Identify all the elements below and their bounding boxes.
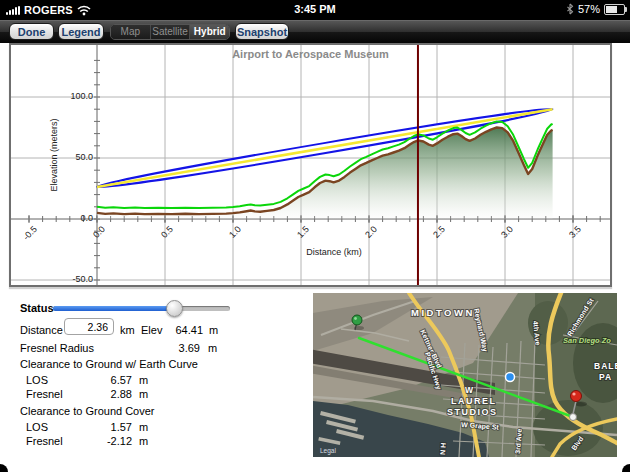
- label-balboa-2: PA: [599, 372, 612, 382]
- y-tick: 100.0: [39, 91, 93, 101]
- gc-fresnel-unit: m: [139, 435, 148, 447]
- distance-label: Distance: [20, 324, 63, 336]
- gc-los-label: LOS: [26, 421, 48, 433]
- elevation-profile-chart: Airport to Aerospace Museum Elevation (m…: [9, 43, 612, 287]
- bluetooth-icon: [566, 3, 574, 15]
- toolbar: Done Legend Map Satellite Hybrid Snapsho…: [0, 20, 630, 43]
- current-location-dot[interactable]: [506, 373, 515, 382]
- ground-cover-header: Clearance to Ground Cover: [20, 405, 155, 417]
- elev-unit: m: [209, 324, 218, 336]
- segment-satellite[interactable]: Satellite: [151, 25, 191, 39]
- battery-icon: [604, 4, 625, 15]
- gc-fresnel-label: Fresnel: [26, 435, 63, 447]
- gc-los-unit: m: [139, 421, 148, 433]
- status-label: Status: [20, 302, 54, 314]
- snapshot-button[interactable]: Snapshot: [235, 23, 289, 40]
- legend-button[interactable]: Legend: [58, 23, 104, 40]
- status-slider-thumb[interactable]: [166, 300, 183, 317]
- y-tick: -50.0: [39, 274, 93, 284]
- screen-corner: [622, 464, 630, 472]
- endpoint-dot: [570, 414, 577, 421]
- label-san-diego-zoo: San Diego Zo: [563, 336, 611, 345]
- fresnel-radius-label: Fresnel Radius: [20, 342, 94, 354]
- screen-corner: [0, 464, 8, 472]
- clock: 3:45 PM: [0, 3, 630, 15]
- map-inset[interactable]: MIDTOWN Kettner Blvd Pacific Hwy Reynard…: [313, 293, 617, 457]
- legal-link[interactable]: Legal: [320, 447, 336, 455]
- status-slider-track[interactable]: [53, 306, 230, 311]
- earth-curve-header: Clearance to Ground w/ Earth Curve: [20, 358, 198, 370]
- map-canvas: MIDTOWN Kettner Blvd Pacific Hwy Reynard…: [313, 293, 617, 457]
- segment-map[interactable]: Map: [111, 25, 151, 39]
- chart-title: Airport to Aerospace Museum: [11, 48, 610, 60]
- done-button[interactable]: Done: [9, 23, 54, 40]
- gc-fresnel-value: -2.12: [90, 435, 132, 447]
- y-tick: 50.0: [39, 152, 93, 162]
- label-midtown: MIDTOWN: [411, 307, 475, 318]
- label-balboa-1: BALB: [594, 361, 617, 371]
- map-type-segmented-control: Map Satellite Hybrid: [110, 24, 230, 40]
- ec-fresnel-unit: m: [139, 388, 148, 400]
- label-n-h: N H: [439, 443, 447, 456]
- ec-los-unit: m: [139, 374, 148, 386]
- elev-value: 64.41: [158, 324, 203, 336]
- y-tick: 0.0: [39, 213, 93, 223]
- status-slider-fill: [53, 306, 175, 311]
- fresnel-radius-value: 3.69: [156, 342, 200, 354]
- segment-hybrid[interactable]: Hybrid: [190, 25, 229, 39]
- ec-los-label: LOS: [26, 374, 48, 386]
- app-screen: ROGERS 3:45 PM 57% Done Legend Map Satel…: [0, 0, 630, 472]
- fresnel-radius-unit: m: [208, 342, 217, 354]
- ec-los-value: 6.57: [90, 374, 132, 386]
- label-studios: STUDIOS: [447, 407, 498, 417]
- distance-input[interactable]: [64, 318, 114, 335]
- status-bar: ROGERS 3:45 PM 57%: [0, 0, 630, 20]
- battery-percent: 57%: [578, 3, 600, 15]
- label-w: W: [465, 385, 474, 395]
- ec-fresnel-value: 2.88: [90, 388, 132, 400]
- distance-unit: km: [120, 324, 135, 336]
- gc-los-value: 1.57: [90, 421, 132, 433]
- ec-fresnel-label: Fresnel: [26, 388, 63, 400]
- battery-area: 57%: [566, 3, 625, 15]
- label-laurel: LAUREL: [451, 396, 497, 406]
